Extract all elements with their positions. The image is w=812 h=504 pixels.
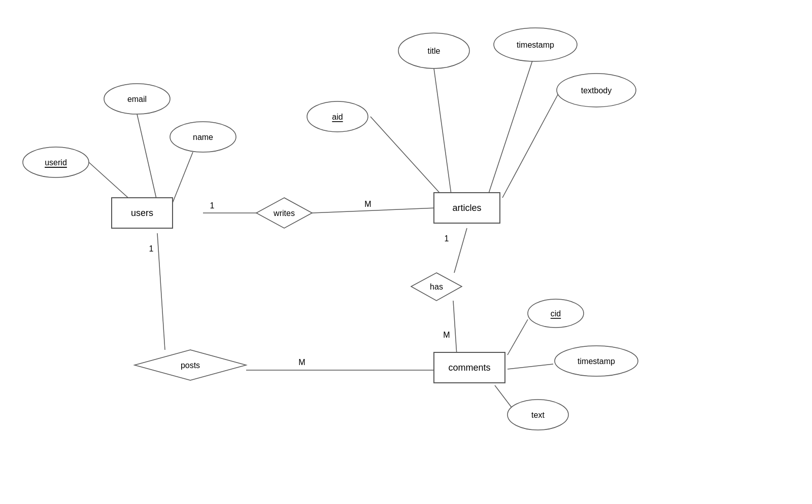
line-writes-articles: [312, 208, 436, 213]
cardinality-writes-articles: M: [364, 200, 371, 208]
line-timestamp-comments: [507, 364, 553, 369]
er-diagram: writes has posts users articles comments…: [0, 0, 812, 504]
attr-userid-label: userid: [45, 158, 67, 167]
attr-cid-label: cid: [551, 309, 561, 318]
cardinality-has-comments: M: [443, 331, 450, 339]
entity-users-label: users: [131, 208, 153, 218]
line-aid-articles: [370, 117, 444, 198]
line-has-comments: [453, 301, 457, 355]
relationship-writes-label: writes: [273, 209, 295, 218]
cardinality-posts-comments: M: [298, 358, 305, 367]
cardinality-users-writes: 1: [210, 201, 215, 210]
attr-name-label: name: [193, 133, 213, 141]
relationship-posts-label: posts: [181, 361, 200, 370]
entity-articles-label: articles: [452, 203, 481, 213]
line-name-users: [173, 152, 193, 203]
attr-timestamp-comments-label: timestamp: [578, 357, 615, 366]
entity-comments-label: comments: [448, 363, 490, 373]
line-articles-has: [454, 228, 467, 273]
line-textbody-articles: [502, 94, 558, 198]
line-email-users: [137, 114, 157, 203]
relationship-has-label: has: [430, 282, 443, 291]
attr-aid-label: aid: [332, 113, 343, 121]
attr-timestamp-articles-label: timestamp: [517, 41, 554, 49]
attr-email-label: email: [127, 95, 147, 103]
line-timestamp-articles: [487, 59, 533, 198]
line-title-articles: [434, 68, 452, 198]
line-users-posts-v: [157, 233, 165, 350]
cardinality-articles-has: 1: [445, 234, 449, 243]
attr-textbody-label: textbody: [581, 86, 612, 95]
cardinality-users-posts: 1: [149, 244, 154, 253]
attr-title-label: title: [428, 47, 441, 55]
line-cid-comments: [507, 319, 528, 355]
attr-text-label: text: [531, 411, 545, 419]
